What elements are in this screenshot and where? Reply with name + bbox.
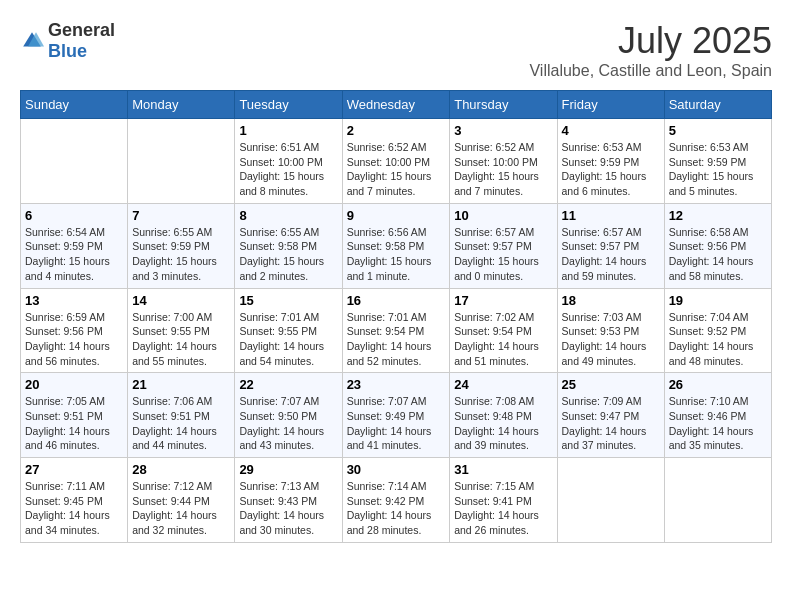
- day-number: 13: [25, 293, 123, 308]
- calendar-cell: 14 Sunrise: 7:00 AMSunset: 9:55 PMDaylig…: [128, 288, 235, 373]
- day-number: 12: [669, 208, 767, 223]
- day-detail: Sunrise: 6:54 AMSunset: 9:59 PMDaylight:…: [25, 225, 123, 284]
- day-number: 29: [239, 462, 337, 477]
- calendar-cell: [557, 458, 664, 543]
- day-detail: Sunrise: 7:15 AMSunset: 9:41 PMDaylight:…: [454, 479, 552, 538]
- day-detail: Sunrise: 7:01 AMSunset: 9:55 PMDaylight:…: [239, 310, 337, 369]
- calendar-cell: 29 Sunrise: 7:13 AMSunset: 9:43 PMDaylig…: [235, 458, 342, 543]
- logo-general: General: [48, 20, 115, 40]
- day-number: 23: [347, 377, 446, 392]
- day-number: 11: [562, 208, 660, 223]
- calendar-cell: 28 Sunrise: 7:12 AMSunset: 9:44 PMDaylig…: [128, 458, 235, 543]
- main-title: July 2025: [529, 20, 772, 62]
- calendar-cell: [21, 119, 128, 204]
- day-detail: Sunrise: 7:07 AMSunset: 9:49 PMDaylight:…: [347, 394, 446, 453]
- day-detail: Sunrise: 7:12 AMSunset: 9:44 PMDaylight:…: [132, 479, 230, 538]
- day-detail: Sunrise: 6:57 AMSunset: 9:57 PMDaylight:…: [454, 225, 552, 284]
- calendar-cell: 25 Sunrise: 7:09 AMSunset: 9:47 PMDaylig…: [557, 373, 664, 458]
- calendar-cell: 22 Sunrise: 7:07 AMSunset: 9:50 PMDaylig…: [235, 373, 342, 458]
- day-number: 22: [239, 377, 337, 392]
- calendar-cell: 5 Sunrise: 6:53 AMSunset: 9:59 PMDayligh…: [664, 119, 771, 204]
- day-detail: Sunrise: 6:56 AMSunset: 9:58 PMDaylight:…: [347, 225, 446, 284]
- day-detail: Sunrise: 6:52 AMSunset: 10:00 PMDaylight…: [454, 140, 552, 199]
- calendar-cell: 19 Sunrise: 7:04 AMSunset: 9:52 PMDaylig…: [664, 288, 771, 373]
- calendar-header-row: SundayMondayTuesdayWednesdayThursdayFrid…: [21, 91, 772, 119]
- calendar-cell: [128, 119, 235, 204]
- day-detail: Sunrise: 7:08 AMSunset: 9:48 PMDaylight:…: [454, 394, 552, 453]
- day-number: 8: [239, 208, 337, 223]
- logo-icon: [20, 29, 44, 53]
- day-number: 7: [132, 208, 230, 223]
- calendar-cell: 18 Sunrise: 7:03 AMSunset: 9:53 PMDaylig…: [557, 288, 664, 373]
- day-detail: Sunrise: 6:57 AMSunset: 9:57 PMDaylight:…: [562, 225, 660, 284]
- title-block: July 2025 Villalube, Castille and Leon, …: [529, 20, 772, 80]
- day-number: 24: [454, 377, 552, 392]
- calendar-cell: 26 Sunrise: 7:10 AMSunset: 9:46 PMDaylig…: [664, 373, 771, 458]
- weekday-header-saturday: Saturday: [664, 91, 771, 119]
- day-detail: Sunrise: 7:00 AMSunset: 9:55 PMDaylight:…: [132, 310, 230, 369]
- day-number: 27: [25, 462, 123, 477]
- calendar-cell: 15 Sunrise: 7:01 AMSunset: 9:55 PMDaylig…: [235, 288, 342, 373]
- day-number: 10: [454, 208, 552, 223]
- weekday-header-wednesday: Wednesday: [342, 91, 450, 119]
- day-number: 16: [347, 293, 446, 308]
- calendar-cell: 6 Sunrise: 6:54 AMSunset: 9:59 PMDayligh…: [21, 203, 128, 288]
- day-detail: Sunrise: 7:04 AMSunset: 9:52 PMDaylight:…: [669, 310, 767, 369]
- calendar-cell: 24 Sunrise: 7:08 AMSunset: 9:48 PMDaylig…: [450, 373, 557, 458]
- day-number: 28: [132, 462, 230, 477]
- day-number: 17: [454, 293, 552, 308]
- calendar-cell: 7 Sunrise: 6:55 AMSunset: 9:59 PMDayligh…: [128, 203, 235, 288]
- day-number: 30: [347, 462, 446, 477]
- calendar-cell: 4 Sunrise: 6:53 AMSunset: 9:59 PMDayligh…: [557, 119, 664, 204]
- day-detail: Sunrise: 7:09 AMSunset: 9:47 PMDaylight:…: [562, 394, 660, 453]
- day-number: 19: [669, 293, 767, 308]
- calendar-cell: 11 Sunrise: 6:57 AMSunset: 9:57 PMDaylig…: [557, 203, 664, 288]
- day-detail: Sunrise: 7:03 AMSunset: 9:53 PMDaylight:…: [562, 310, 660, 369]
- day-number: 6: [25, 208, 123, 223]
- calendar-week-2: 6 Sunrise: 6:54 AMSunset: 9:59 PMDayligh…: [21, 203, 772, 288]
- calendar-cell: 20 Sunrise: 7:05 AMSunset: 9:51 PMDaylig…: [21, 373, 128, 458]
- subtitle: Villalube, Castille and Leon, Spain: [529, 62, 772, 80]
- calendar-cell: 3 Sunrise: 6:52 AMSunset: 10:00 PMDaylig…: [450, 119, 557, 204]
- day-detail: Sunrise: 6:53 AMSunset: 9:59 PMDaylight:…: [669, 140, 767, 199]
- day-detail: Sunrise: 7:01 AMSunset: 9:54 PMDaylight:…: [347, 310, 446, 369]
- day-detail: Sunrise: 6:51 AMSunset: 10:00 PMDaylight…: [239, 140, 337, 199]
- day-detail: Sunrise: 6:52 AMSunset: 10:00 PMDaylight…: [347, 140, 446, 199]
- calendar-cell: 30 Sunrise: 7:14 AMSunset: 9:42 PMDaylig…: [342, 458, 450, 543]
- day-detail: Sunrise: 7:02 AMSunset: 9:54 PMDaylight:…: [454, 310, 552, 369]
- calendar-cell: 23 Sunrise: 7:07 AMSunset: 9:49 PMDaylig…: [342, 373, 450, 458]
- day-detail: Sunrise: 7:07 AMSunset: 9:50 PMDaylight:…: [239, 394, 337, 453]
- day-number: 26: [669, 377, 767, 392]
- day-detail: Sunrise: 6:53 AMSunset: 9:59 PMDaylight:…: [562, 140, 660, 199]
- calendar-week-1: 1 Sunrise: 6:51 AMSunset: 10:00 PMDaylig…: [21, 119, 772, 204]
- calendar-cell: 21 Sunrise: 7:06 AMSunset: 9:51 PMDaylig…: [128, 373, 235, 458]
- calendar-week-4: 20 Sunrise: 7:05 AMSunset: 9:51 PMDaylig…: [21, 373, 772, 458]
- day-number: 1: [239, 123, 337, 138]
- calendar-cell: 9 Sunrise: 6:56 AMSunset: 9:58 PMDayligh…: [342, 203, 450, 288]
- day-number: 31: [454, 462, 552, 477]
- day-number: 18: [562, 293, 660, 308]
- weekday-header-monday: Monday: [128, 91, 235, 119]
- day-detail: Sunrise: 7:14 AMSunset: 9:42 PMDaylight:…: [347, 479, 446, 538]
- weekday-header-friday: Friday: [557, 91, 664, 119]
- calendar-cell: 8 Sunrise: 6:55 AMSunset: 9:58 PMDayligh…: [235, 203, 342, 288]
- day-detail: Sunrise: 6:55 AMSunset: 9:58 PMDaylight:…: [239, 225, 337, 284]
- calendar-cell: 10 Sunrise: 6:57 AMSunset: 9:57 PMDaylig…: [450, 203, 557, 288]
- day-number: 21: [132, 377, 230, 392]
- day-detail: Sunrise: 6:58 AMSunset: 9:56 PMDaylight:…: [669, 225, 767, 284]
- day-detail: Sunrise: 6:59 AMSunset: 9:56 PMDaylight:…: [25, 310, 123, 369]
- day-number: 3: [454, 123, 552, 138]
- day-number: 5: [669, 123, 767, 138]
- day-detail: Sunrise: 7:06 AMSunset: 9:51 PMDaylight:…: [132, 394, 230, 453]
- day-detail: Sunrise: 7:11 AMSunset: 9:45 PMDaylight:…: [25, 479, 123, 538]
- calendar-week-5: 27 Sunrise: 7:11 AMSunset: 9:45 PMDaylig…: [21, 458, 772, 543]
- day-detail: Sunrise: 7:05 AMSunset: 9:51 PMDaylight:…: [25, 394, 123, 453]
- day-detail: Sunrise: 7:13 AMSunset: 9:43 PMDaylight:…: [239, 479, 337, 538]
- calendar-cell: 27 Sunrise: 7:11 AMSunset: 9:45 PMDaylig…: [21, 458, 128, 543]
- calendar-week-3: 13 Sunrise: 6:59 AMSunset: 9:56 PMDaylig…: [21, 288, 772, 373]
- day-number: 20: [25, 377, 123, 392]
- logo: General Blue: [20, 20, 115, 62]
- calendar-cell: 13 Sunrise: 6:59 AMSunset: 9:56 PMDaylig…: [21, 288, 128, 373]
- weekday-header-thursday: Thursday: [450, 91, 557, 119]
- day-detail: Sunrise: 6:55 AMSunset: 9:59 PMDaylight:…: [132, 225, 230, 284]
